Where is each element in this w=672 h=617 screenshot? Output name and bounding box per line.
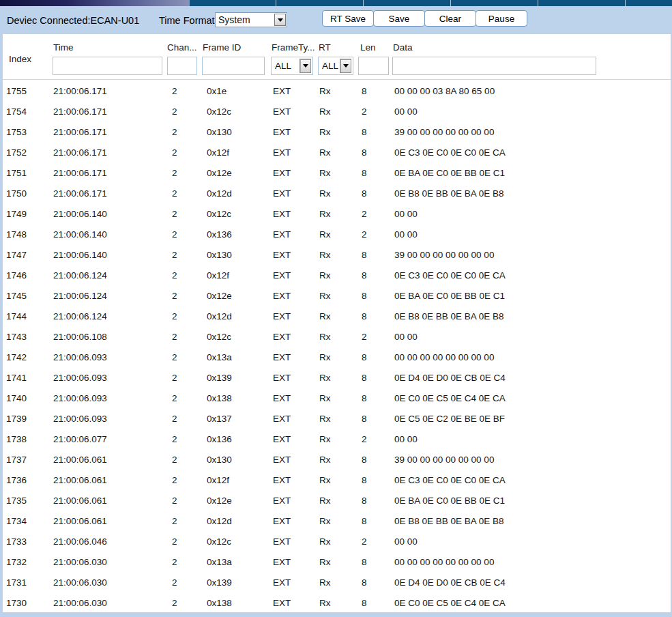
table-row[interactable]: 1739 21:00:06.093 2 0x137 EXT Rx 8 0E C5… [3,408,671,429]
cell-time: 21:00:06.108 [50,332,164,342]
cell-rt: Rx [316,106,357,117]
window-tab-strip [0,0,672,6]
cell-index: 1731 [3,577,50,588]
frame-table-body: 1755 21:00:06.171 2 0x1e EXT Rx 8 00 00 … [3,81,671,612]
cell-len: 8 [357,270,390,281]
cell-rt: Rx [316,332,357,342]
chevron-down-icon[interactable] [274,14,286,26]
table-row[interactable]: 1735 21:00:06.061 2 0x12e EXT Rx 8 0E BA… [3,490,671,511]
cell-len: 2 [357,536,390,547]
cell-frame-id: 0x130 [200,127,269,137]
table-row[interactable]: 1747 21:00:06.140 2 0x130 EXT Rx 8 39 00… [3,244,671,265]
cell-len: 8 [357,516,390,526]
time-format-select[interactable]: System [215,12,287,27]
cell-frame-id: 0x12e [200,496,269,506]
table-row[interactable]: 1741 21:00:06.093 2 0x139 EXT Rx 8 0E D4… [3,367,671,388]
cell-channel: 2 [164,209,200,219]
cell-data: 0E C0 0E C5 0E C4 0E CA [390,598,671,608]
cell-channel: 2 [164,332,200,342]
cell-channel: 2 [164,577,200,588]
table-row[interactable]: 1737 21:00:06.061 2 0x130 EXT Rx 8 39 00… [3,449,671,470]
cell-time: 21:00:06.093 [50,393,164,403]
cell-time: 21:00:06.093 [50,352,164,362]
time-format-value: System [216,13,274,27]
cell-channel: 2 [164,475,200,485]
cell-frame-type: EXT [269,332,316,342]
pause-button[interactable]: Pause [476,10,527,27]
len-filter-input[interactable] [358,57,389,75]
chevron-down-icon[interactable] [300,59,311,73]
cell-len: 8 [357,352,390,362]
cell-channel: 2 [164,352,200,362]
cell-rt: Rx [316,475,357,485]
table-row[interactable]: 1751 21:00:06.171 2 0x12e EXT Rx 8 0E BA… [3,162,671,183]
cell-frame-id: 0x137 [200,414,269,424]
table-row[interactable]: 1753 21:00:06.171 2 0x130 EXT Rx 8 39 00… [3,121,671,142]
table-row[interactable]: 1752 21:00:06.171 2 0x12f EXT Rx 8 0E C3… [3,142,671,162]
table-row[interactable]: 1738 21:00:06.077 2 0x136 EXT Rx 2 00 00 [3,429,671,449]
table-row[interactable]: 1755 21:00:06.171 2 0x1e EXT Rx 8 00 00 … [3,81,671,101]
save-button[interactable]: Save [373,10,425,27]
cell-index: 1753 [3,127,50,137]
table-row[interactable]: 1754 21:00:06.171 2 0x12c EXT Rx 2 00 00 [3,101,671,121]
tab-divider [538,0,538,6]
cell-data: 0E C3 0E C0 0E C0 0E CA [390,147,671,158]
clear-button[interactable]: Clear [424,10,476,27]
cell-channel: 2 [164,188,200,199]
cell-frame-type: EXT [269,250,316,260]
cell-len: 2 [357,106,390,117]
cell-len: 2 [357,332,390,342]
table-row[interactable]: 1736 21:00:06.061 2 0x12f EXT Rx 8 0E C3… [3,470,671,490]
table-row[interactable]: 1732 21:00:06.030 2 0x13a EXT Rx 8 00 00… [3,551,671,572]
table-row[interactable]: 1733 21:00:06.046 2 0x12c EXT Rx 2 00 00 [3,531,671,551]
cell-len: 8 [357,414,390,424]
channel-filter-input[interactable] [167,57,197,75]
column-header-channel: Chan... [164,34,200,57]
cell-frame-id: 0x136 [200,434,269,444]
cell-channel: 2 [164,373,200,383]
table-row[interactable]: 1731 21:00:06.030 2 0x139 EXT Rx 8 0E D4… [3,572,671,592]
table-row[interactable]: 1742 21:00:06.093 2 0x13a EXT Rx 8 00 00… [3,347,671,367]
cell-rt: Rx [316,496,357,506]
table-row[interactable]: 1746 21:00:06.124 2 0x12f EXT Rx 8 0E C3… [3,265,671,285]
column-header-frame-id: Frame ID [200,34,269,57]
cell-channel: 2 [164,168,200,178]
cell-data: 00 00 00 03 8A 80 65 00 [390,86,671,96]
cell-len: 8 [357,557,390,567]
cell-frame-type: EXT [269,434,316,444]
cell-time: 21:00:06.061 [50,496,164,506]
table-row[interactable]: 1749 21:00:06.140 2 0x12c EXT Rx 2 00 00 [3,203,671,224]
cell-index: 1742 [3,352,50,362]
table-row[interactable]: 1743 21:00:06.108 2 0x12c EXT Rx 2 00 00 [3,326,671,347]
table-row[interactable]: 1730 21:00:06.030 2 0x138 EXT Rx 8 0E C0… [3,592,671,612]
table-row[interactable]: 1734 21:00:06.061 2 0x12d EXT Rx 8 0E B8… [3,511,671,531]
cell-frame-id: 0x139 [200,373,269,383]
cell-data: 0E B8 0E BB 0E BA 0E B8 [390,311,671,321]
cell-len: 8 [357,393,390,403]
frame-id-filter-input[interactable] [202,57,265,75]
data-filter-input[interactable] [392,57,596,75]
cell-channel: 2 [164,270,200,281]
cell-frame-id: 0x12e [200,291,269,301]
cell-channel: 2 [164,496,200,506]
cell-time: 21:00:06.171 [50,188,164,199]
cell-time: 21:00:06.171 [50,127,164,137]
frame-type-filter-select[interactable]: ALL [271,57,313,75]
table-row[interactable]: 1750 21:00:06.171 2 0x12d EXT Rx 8 0E B8… [3,183,671,203]
active-tab-strip [0,0,190,6]
table-row[interactable]: 1745 21:00:06.124 2 0x12e EXT Rx 8 0E BA… [3,285,671,306]
cell-frame-type: EXT [269,352,316,362]
time-filter-input[interactable] [53,57,162,75]
table-row[interactable]: 1740 21:00:06.093 2 0x138 EXT Rx 8 0E C0… [3,388,671,408]
cell-data: 0E D4 0E D0 0E CB 0E C4 [390,373,671,383]
table-row[interactable]: 1748 21:00:06.140 2 0x136 EXT Rx 2 00 00 [3,224,671,244]
cell-frame-type: EXT [269,291,316,301]
rt-save-button[interactable]: RT Save [322,10,374,27]
table-row[interactable]: 1744 21:00:06.124 2 0x12d EXT Rx 8 0E B8… [3,306,671,326]
rt-filter-select[interactable]: ALL [318,57,353,75]
cell-channel: 2 [164,598,200,608]
rt-filter-value: ALL [319,61,339,71]
chevron-down-icon[interactable] [340,59,351,73]
cell-time: 21:00:06.140 [50,229,164,240]
cell-frame-type: EXT [269,209,316,219]
